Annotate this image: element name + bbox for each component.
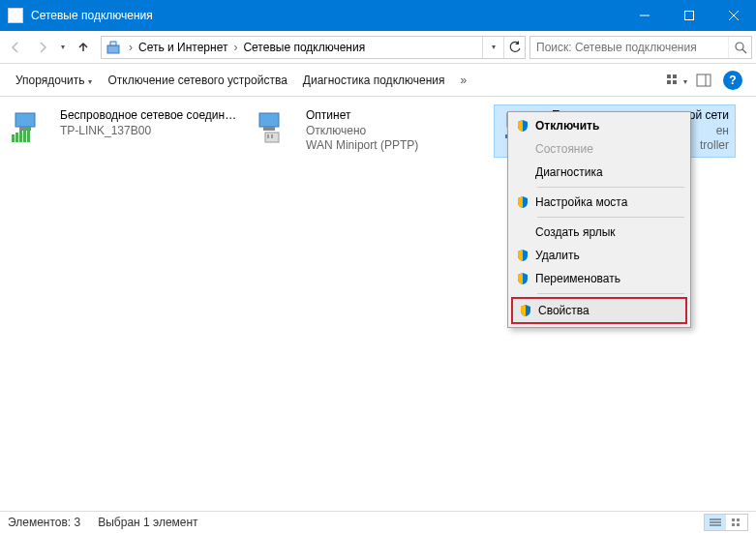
- ctx-item-shortcut[interactable]: Создать ярлык: [510, 221, 688, 244]
- help-icon: ?: [729, 74, 736, 87]
- ctx-label-disable: Отключить: [535, 119, 682, 133]
- navigation-bar: › Сеть и Интернет › Сетевые подключения: [0, 31, 756, 64]
- back-button[interactable]: [2, 34, 29, 61]
- ctx-label-rename: Переименовать: [535, 272, 682, 285]
- svg-point-6: [736, 43, 743, 50]
- disable-device-button[interactable]: Отключение сетевого устройства: [100, 70, 294, 91]
- svg-rect-19: [23, 129, 26, 142]
- context-menu-separator: [537, 187, 684, 188]
- connection-network: TP-LINK_137B00: [60, 124, 238, 139]
- connection-item-wireless[interactable]: Беспроводное сетевое соединение TP-LINK_…: [2, 104, 244, 151]
- close-button[interactable]: [711, 0, 756, 31]
- organize-button[interactable]: Упорядочить: [8, 70, 100, 91]
- refresh-button[interactable]: [503, 37, 525, 58]
- shield-icon: [510, 272, 535, 285]
- view-options-button[interactable]: [663, 68, 690, 93]
- ctx-item-disable[interactable]: Отключить: [510, 114, 688, 137]
- up-button[interactable]: [70, 34, 97, 61]
- breadcrumb-item-network-internet[interactable]: Сеть и Интернет: [136, 41, 229, 54]
- ctx-item-bridge[interactable]: Настройка моста: [510, 191, 688, 214]
- connection-text: Беспроводное сетевое соединение TP-LINK_…: [54, 108, 238, 147]
- diagnose-label: Диагностика подключения: [303, 74, 445, 87]
- connection-name: Оптинет: [306, 108, 418, 124]
- disable-device-label: Отключение сетевого устройства: [107, 74, 287, 87]
- svg-rect-37: [737, 523, 740, 526]
- ctx-label-diagnose: Диагностика: [535, 165, 682, 179]
- connection-icon: [8, 108, 54, 147]
- ctx-item-diagnose[interactable]: Диагностика: [510, 161, 688, 184]
- help-button[interactable]: ?: [723, 71, 742, 90]
- svg-rect-21: [259, 113, 279, 127]
- search-box[interactable]: [529, 36, 752, 59]
- content-area[interactable]: Беспроводное сетевое соединение TP-LINK_…: [0, 97, 756, 511]
- shield-icon: [510, 119, 535, 133]
- organize-label: Упорядочить: [15, 74, 84, 87]
- svg-rect-34: [732, 518, 735, 521]
- svg-rect-25: [271, 134, 273, 138]
- location-icon: [105, 39, 122, 56]
- status-item-count: Элементов: 3: [8, 516, 80, 529]
- svg-rect-36: [732, 523, 735, 526]
- chevron-down-icon: [88, 74, 92, 87]
- ctx-label-properties: Свойства: [538, 304, 680, 317]
- command-bar: Упорядочить Отключение сетевого устройст…: [0, 64, 756, 97]
- svg-rect-24: [267, 134, 269, 138]
- breadcrumb-separator-icon[interactable]: ›: [125, 41, 136, 54]
- connection-status: Отключено: [306, 124, 418, 139]
- status-bar: Элементов: 3 Выбран 1 элемент: [0, 511, 756, 533]
- window-controls: [622, 0, 756, 31]
- ctx-label-shortcut: Создать ярлык: [535, 225, 682, 239]
- connection-icon: [254, 108, 300, 147]
- svg-rect-18: [19, 131, 22, 142]
- connection-item-optinet[interactable]: Оптинет Отключено WAN Miniport (PPTP): [248, 104, 490, 158]
- chevron-down-icon: [683, 74, 687, 87]
- svg-rect-17: [15, 133, 18, 142]
- minimize-button[interactable]: [622, 0, 667, 31]
- ctx-label-bridge: Настройка моста: [535, 195, 682, 209]
- svg-rect-10: [667, 80, 671, 84]
- status-selection-count: Выбран 1 элемент: [98, 516, 197, 529]
- maximize-button[interactable]: [667, 0, 711, 31]
- view-large-icons-button[interactable]: [726, 515, 747, 530]
- ctx-item-properties[interactable]: Свойства: [511, 297, 687, 324]
- context-menu-separator: [537, 217, 684, 218]
- svg-rect-22: [263, 127, 275, 131]
- svg-rect-12: [697, 74, 711, 86]
- diagnose-button[interactable]: Диагностика подключения: [295, 70, 453, 91]
- svg-rect-1: [685, 12, 694, 20]
- context-menu: Отключить Состояние Диагностика Настройк…: [507, 111, 691, 328]
- breadcrumb[interactable]: › Сеть и Интернет › Сетевые подключения: [101, 36, 526, 59]
- ctx-label-delete: Удалить: [535, 249, 682, 262]
- svg-rect-14: [15, 113, 35, 127]
- ctx-item-delete[interactable]: Удалить: [510, 244, 688, 267]
- forward-button[interactable]: [29, 34, 56, 61]
- window-title: Сетевые подключения: [31, 9, 622, 22]
- view-details-button[interactable]: [705, 515, 726, 530]
- svg-rect-35: [737, 518, 740, 521]
- window-titlebar: Сетевые подключения: [0, 0, 756, 31]
- ctx-label-status: Состояние: [535, 142, 682, 156]
- connection-text: Оптинет Отключено WAN Miniport (PPTP): [300, 108, 418, 154]
- search-input[interactable]: [530, 41, 728, 54]
- svg-rect-5: [110, 42, 116, 45]
- breadcrumb-separator-icon[interactable]: ›: [229, 41, 241, 54]
- ctx-item-rename[interactable]: Переименовать: [510, 267, 688, 290]
- breadcrumb-item-network-connections[interactable]: Сетевые подключения: [241, 41, 367, 54]
- context-menu-separator: [537, 293, 684, 294]
- preview-pane-button[interactable]: [690, 68, 717, 93]
- breadcrumb-dropdown[interactable]: [482, 37, 503, 58]
- svg-rect-11: [673, 80, 677, 84]
- more-commands-button[interactable]: »: [457, 70, 471, 91]
- search-button[interactable]: [728, 37, 751, 58]
- view-toggle: [704, 514, 748, 531]
- connection-name: Беспроводное сетевое соединение: [60, 108, 238, 124]
- app-icon: [8, 8, 23, 23]
- history-dropdown[interactable]: [56, 34, 70, 61]
- svg-rect-20: [27, 127, 30, 142]
- shield-icon: [510, 195, 535, 209]
- svg-line-7: [742, 49, 746, 53]
- svg-rect-9: [673, 74, 677, 78]
- connection-adapter: WAN Miniport (PPTP): [306, 138, 418, 154]
- svg-rect-8: [667, 74, 671, 78]
- shield-icon: [510, 249, 535, 262]
